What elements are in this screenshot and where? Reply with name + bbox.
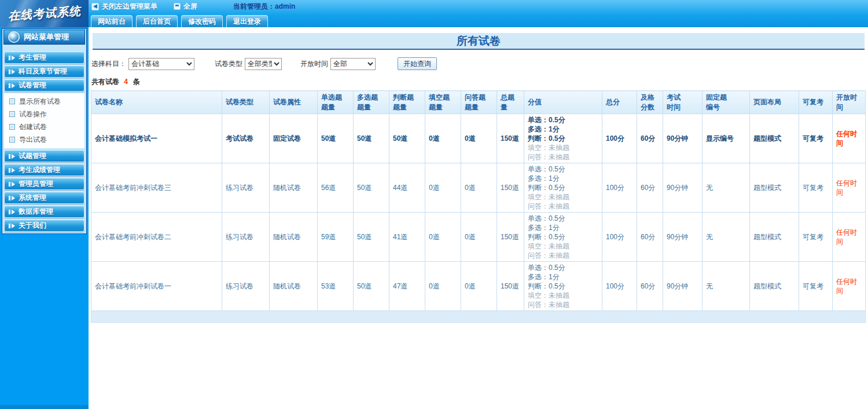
cell-single-count: 50道 bbox=[318, 114, 354, 163]
sidebar: 在线考试系统 网站菜单管理 考生管理 科目及章节管理 试卷管理 bbox=[0, 0, 89, 409]
cell-score-values: 单选：0.5分 多选：1分 判断：0.5分 填空：未抽题 问答：未抽题 bbox=[524, 262, 602, 311]
tab-site-front[interactable]: 网站前台 bbox=[91, 15, 133, 27]
col-paper-attr: 试卷属性 bbox=[270, 91, 318, 114]
cell-multi-count: 50道 bbox=[354, 114, 389, 163]
tab-change-password[interactable]: 修改密码 bbox=[181, 15, 223, 27]
cell-pass-score: 60分 bbox=[637, 163, 663, 213]
col-multi-count: 多选题 题量 bbox=[354, 91, 389, 114]
sidebar-item-label: 数据库管理 bbox=[19, 207, 53, 217]
sidebar-item-label: 试题管理 bbox=[19, 151, 46, 161]
sidebar-item-label: 管理员管理 bbox=[19, 179, 53, 189]
cell-paper-type: 考试试卷 bbox=[222, 114, 270, 163]
sidebar-sub-item-paper-operation[interactable]: 试卷操作 bbox=[4, 108, 84, 120]
table-footer-cell bbox=[91, 311, 866, 323]
sidebar-item-about-us[interactable]: 关于我们 bbox=[4, 220, 84, 232]
col-paper-type: 试卷类型 bbox=[222, 91, 270, 114]
cell-retake: 可复考 bbox=[799, 114, 833, 163]
cell-score-values: 单选：0.5分 多选：1分 判断：0.5分 填空：未抽题 问答：未抽题 bbox=[524, 213, 602, 262]
cell-fixed-number: 无 bbox=[703, 262, 750, 311]
cell-multi-count: 50道 bbox=[354, 213, 389, 262]
sidebar-item-admin-management[interactable]: 管理员管理 bbox=[4, 178, 84, 190]
table-footer-row bbox=[91, 311, 866, 323]
collapse-left-icon: ◀ bbox=[91, 3, 99, 10]
submenu-item-label: 试卷操作 bbox=[19, 109, 47, 119]
paper-count-row: 共有试卷 4 条 bbox=[91, 77, 866, 87]
page-title-bar: 所有试卷 bbox=[93, 33, 865, 50]
col-qa-count: 问答题 题量 bbox=[461, 91, 497, 114]
table-row: 会计基础考前冲刺试卷三 练习试卷 随机试卷 56道 50道 44道 0道 0道 … bbox=[91, 163, 866, 213]
sidebar-item-database-management[interactable]: 数据库管理 bbox=[4, 206, 84, 218]
cell-multi-count: 50道 bbox=[354, 262, 389, 311]
expand-icon bbox=[9, 154, 15, 159]
sidebar-item-label: 科目及章节管理 bbox=[19, 67, 67, 76]
sidebar-sub-item-export-paper[interactable]: 导出试卷 bbox=[4, 133, 84, 146]
table-row: 会计基础考前冲刺试卷二 练习试卷 随机试卷 59道 50道 41道 0道 0道 … bbox=[91, 213, 866, 262]
start-query-button[interactable]: 开始查询 bbox=[398, 57, 437, 70]
expand-icon bbox=[9, 70, 15, 74]
cell-score-values: 单选：0.5分 多选：1分 判断：0.5分 填空：未抽题 问答：未抽题 bbox=[524, 163, 602, 213]
fullscreen-icon bbox=[174, 3, 181, 10]
expand-icon bbox=[9, 83, 15, 88]
sidebar-sub-item-show-all-papers[interactable]: 显示所有试卷 bbox=[4, 95, 84, 108]
sidebar-item-examinee-management[interactable]: 考生管理 bbox=[4, 52, 84, 64]
sidebar-item-label: 考生成绩管理 bbox=[19, 165, 60, 175]
cell-blank-count: 0道 bbox=[425, 163, 461, 213]
cell-fixed-number: 无 bbox=[703, 163, 750, 213]
cell-retake: 可复考 bbox=[799, 262, 833, 311]
score-sub-lines: 填空：未抽题 问答：未抽题 bbox=[528, 143, 598, 162]
open-time-select[interactable]: 全部 bbox=[330, 58, 376, 70]
col-total-score: 总分 bbox=[602, 91, 637, 114]
col-total-count: 总题量 bbox=[497, 91, 524, 114]
sidebar-item-score-management[interactable]: 考生成绩管理 bbox=[4, 164, 84, 176]
sidebar-sub-item-create-paper[interactable]: 创建试卷 bbox=[4, 120, 84, 133]
sidebar-item-subject-chapter-management[interactable]: 科目及章节管理 bbox=[4, 65, 84, 78]
cell-qa-count: 0道 bbox=[461, 163, 497, 213]
sidebar-menu-title: 网站菜单管理 bbox=[24, 32, 69, 42]
cell-paper-attr: 随机试卷 bbox=[270, 213, 318, 262]
cell-open-time: 任何时间 bbox=[833, 163, 866, 213]
count-prefix: 共有试卷 bbox=[91, 78, 119, 86]
tab-logout[interactable]: 退出登录 bbox=[226, 15, 268, 27]
cell-blank-count: 0道 bbox=[425, 213, 461, 262]
col-exam-time: 考试 时间 bbox=[663, 91, 703, 114]
cell-paper-name: 会计基础考前冲刺试卷一 bbox=[91, 262, 222, 311]
type-filter-label: 试卷类型 bbox=[215, 59, 242, 69]
expand-icon bbox=[9, 196, 15, 200]
sidebar-item-paper-management[interactable]: 试卷管理 bbox=[4, 79, 84, 92]
sidebar-bottom-strip bbox=[0, 405, 89, 409]
sidebar-item-question-management[interactable]: 试题管理 bbox=[4, 150, 84, 162]
col-blank-count: 填空题 题量 bbox=[425, 91, 461, 114]
sidebar-item-label: 系统管理 bbox=[19, 193, 46, 203]
fullscreen-button[interactable]: 全屏 bbox=[174, 2, 197, 12]
cell-pass-score: 60分 bbox=[637, 262, 663, 311]
cell-pass-score: 60分 bbox=[637, 114, 663, 163]
cell-judge-count: 41道 bbox=[389, 213, 425, 262]
tab-admin-home[interactable]: 后台首页 bbox=[136, 15, 178, 27]
paper-type-select[interactable]: 全部类型 bbox=[245, 58, 282, 70]
main-content: 所有试卷 选择科目： 会计基础 试卷类型 全部类型 开放时间 全部 开始查询 共… bbox=[89, 27, 868, 409]
cell-exam-time: 90分钟 bbox=[663, 163, 703, 213]
square-bullet-icon bbox=[9, 98, 15, 104]
count-suffix: 条 bbox=[133, 78, 139, 86]
col-retake: 可复考 bbox=[799, 91, 833, 114]
expand-icon bbox=[9, 56, 15, 60]
close-left-menu-label: 关闭左边管理菜单 bbox=[102, 2, 157, 12]
sidebar-item-system-management[interactable]: 系统管理 bbox=[4, 192, 84, 204]
cell-judge-count: 50道 bbox=[389, 114, 425, 163]
col-fixed-number: 固定题 编号 bbox=[703, 91, 750, 114]
topbar-row-actions: ◀ 关闭左边管理菜单 全屏 当前管理员：admin bbox=[89, 0, 868, 13]
cell-page-layout: 题型模式 bbox=[750, 163, 799, 213]
cell-paper-type: 练习试卷 bbox=[222, 163, 270, 213]
cell-total-score: 100分 bbox=[602, 213, 637, 262]
subject-select[interactable]: 会计基础 bbox=[128, 58, 194, 70]
score-sub-lines: 填空：未抽题 问答：未抽题 bbox=[528, 291, 598, 309]
close-left-menu-button[interactable]: ◀ 关闭左边管理菜单 bbox=[91, 2, 157, 12]
cell-paper-type: 练习试卷 bbox=[222, 262, 270, 311]
col-page-layout: 页面布局 bbox=[750, 91, 799, 114]
square-bullet-icon bbox=[9, 137, 15, 143]
col-open-time: 开放时间 bbox=[833, 91, 866, 114]
cell-judge-count: 44道 bbox=[389, 163, 425, 213]
cell-qa-count: 0道 bbox=[461, 213, 497, 262]
topbar: ◀ 关闭左边管理菜单 全屏 当前管理员：admin 网站前台 后台首页 修改密码… bbox=[89, 0, 868, 27]
cell-open-time: 任何时间 bbox=[833, 262, 866, 311]
